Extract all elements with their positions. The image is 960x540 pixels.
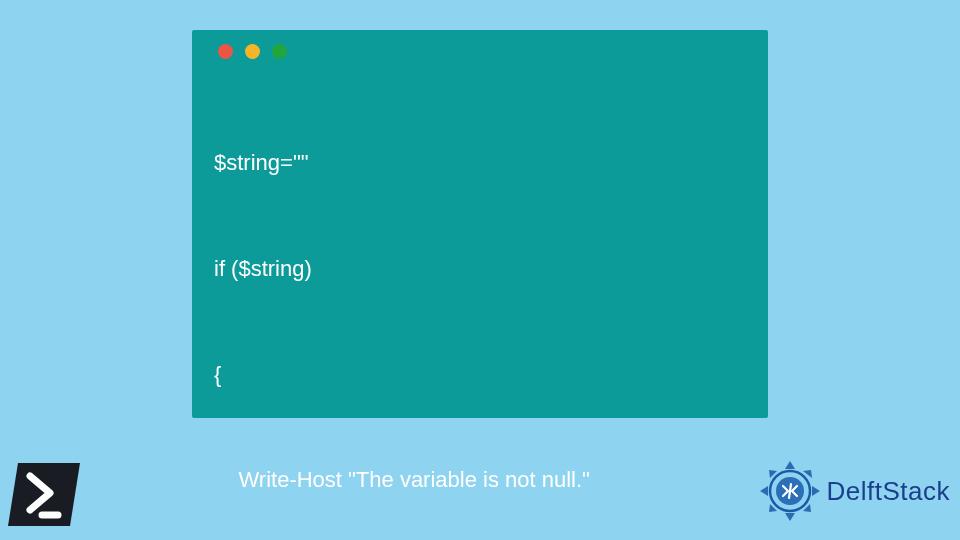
code-line: $string=""	[214, 145, 746, 180]
code-window: $string="" if ($string) { Write-Host "Th…	[192, 30, 768, 418]
delftstack-emblem-icon	[757, 458, 823, 524]
code-line: {	[214, 357, 746, 392]
svg-marker-8	[760, 486, 768, 496]
svg-marker-4	[812, 486, 820, 496]
svg-marker-6	[785, 513, 795, 521]
powershell-icon	[8, 461, 80, 528]
code-line: Write-Host "The variable is not null."	[214, 462, 746, 497]
close-dot-icon	[218, 44, 233, 59]
code-block: $string="" if ($string) { Write-Host "Th…	[214, 75, 746, 540]
delftstack-logo: DelftStack	[757, 458, 951, 524]
window-controls	[218, 44, 746, 59]
minimize-dot-icon	[245, 44, 260, 59]
delftstack-brand-text: DelftStack	[827, 476, 951, 507]
code-line: if ($string)	[214, 251, 746, 286]
maximize-dot-icon	[272, 44, 287, 59]
svg-marker-2	[785, 461, 795, 469]
